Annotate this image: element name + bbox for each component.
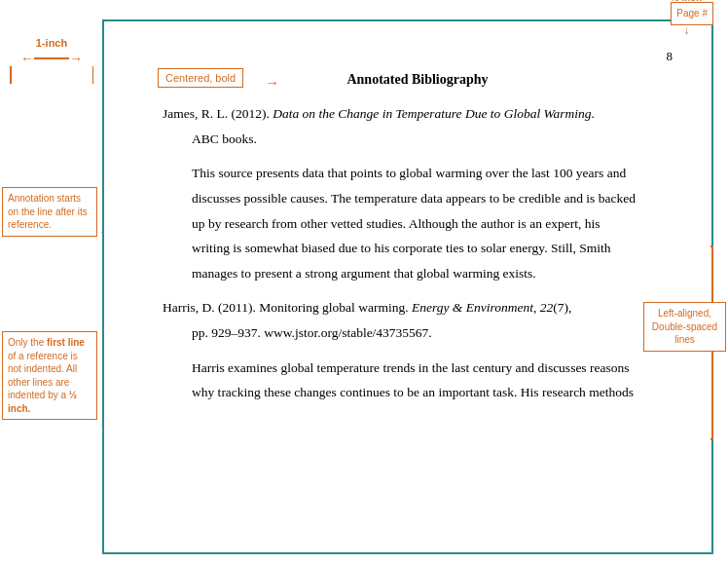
page-content: 8 Annotated Bibliography James, R. L. (2…: [104, 21, 711, 552]
centered-bold-arrow: →: [265, 74, 279, 91]
annotation-1-line5: manages to present a strong argument tha…: [192, 266, 536, 281]
annotation-1-text: This source presents data that points to…: [192, 166, 626, 180]
ref1-continuation: ABC books.: [163, 127, 673, 152]
page-hash-label: Page #: [676, 8, 708, 19]
centered-bold-box: Centered, bold: [158, 68, 243, 88]
one-inch-dim: 1-inch ← →: [8, 37, 95, 84]
left-aligned-label: Left-aligned, Double-spaced lines: [652, 308, 717, 345]
document-page: 8 Annotated Bibliography James, R. L. (2…: [102, 19, 713, 554]
ref2-text: Harris, D. (2011). Monitoring global war…: [163, 300, 571, 315]
title-text: Annotated Bibliography: [346, 72, 488, 87]
reference-1: James, R. L. (2012). Data on the Change …: [163, 101, 673, 151]
page-header: 8: [163, 49, 673, 64]
ref1-cont-text: ABC books.: [192, 132, 257, 146]
ref2-continuation: pp. 929–937. www.jstor.org/stable/437355…: [163, 320, 673, 346]
left-aligned-box: Left-aligned, Double-spaced lines: [643, 302, 726, 352]
annotation-2-line2: why tracking these changes continues to …: [192, 385, 634, 399]
reference-2: Harris, D. (2011). Monitoring global war…: [163, 295, 673, 345]
annotation-1-line2: discusses possible causes. The temperatu…: [192, 191, 636, 206]
annotation-2: Harris examines global temperature trend…: [163, 356, 673, 405]
annotation-1-line4: writing is somewhat biased due to his co…: [192, 241, 610, 255]
annotation-starts-label: Annotation starts on the line after its …: [8, 193, 88, 230]
ref2-first-line: Harris, D. (2011). Monitoring global war…: [163, 295, 673, 320]
one-inch-label: 1-inch: [36, 37, 67, 49]
page-container: 1-inch ← → Annotation starts on the line…: [0, 0, 728, 564]
ref1-text: James, R. L. (2012). Data on the Change …: [163, 106, 595, 121]
page-hash-box: Page #: [671, 2, 713, 25]
annotation-1-line3: up by research from other vetted studies…: [192, 216, 601, 231]
ref1-first-line: James, R. L. (2012). Data on the Change …: [163, 101, 673, 127]
annotation-1: This source presents data that points to…: [163, 161, 673, 285]
annotation-starts-box: Annotation starts on the line after its …: [2, 187, 97, 237]
annotation-2-text: Harris examines global temperature trend…: [192, 360, 630, 375]
ref2-cont-text: pp. 929–937. www.jstor.org/stable/437355…: [192, 325, 432, 340]
centered-bold-label: Centered, bold: [165, 72, 236, 84]
page-number: 8: [667, 49, 673, 64]
first-line-box: Only the first line of a reference is no…: [2, 331, 97, 420]
